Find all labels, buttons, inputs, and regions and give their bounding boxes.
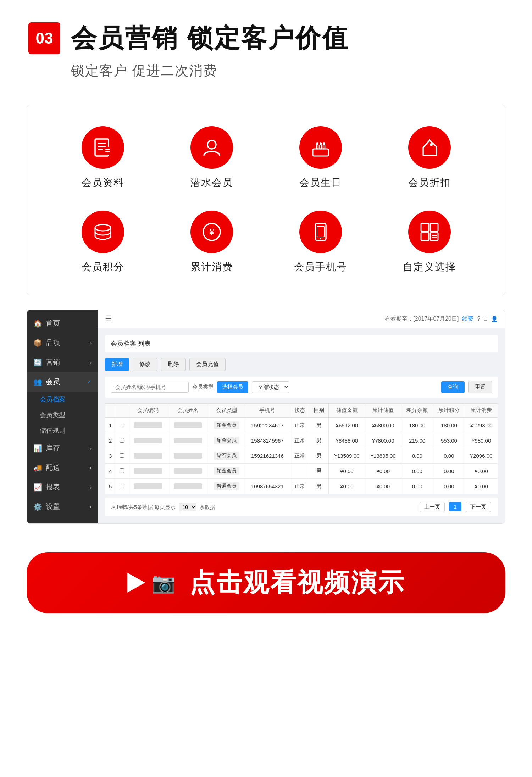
prev-page-button[interactable]: 上一页 <box>420 502 445 512</box>
svg-point-7 <box>207 140 216 149</box>
feature-member-birthday: 会员生日 <box>273 126 368 189</box>
col-cum-spend: 累计消费 <box>465 404 498 418</box>
sidebar-sub-member-type[interactable]: 会员类型 <box>27 407 98 423</box>
feature-label-custom-selection: 自定义选择 <box>403 260 456 274</box>
row-checkbox[interactable] <box>120 468 124 473</box>
user-avatar[interactable]: 👤 <box>491 316 498 322</box>
validity-text: 有效期至：[2017年07月20日] <box>385 315 459 323</box>
window-icon[interactable]: □ <box>484 316 487 322</box>
feature-label-dormant-member: 潜水会员 <box>190 176 233 189</box>
inventory-arrow: › <box>90 445 92 451</box>
next-page-button[interactable]: 下一页 <box>466 502 491 512</box>
inventory-icon: 📊 <box>33 444 42 453</box>
col-stored: 储值金额 <box>329 404 365 418</box>
member-discount-icon <box>408 126 451 169</box>
pagination-info: 从1到5/共5条数据 每页显示 10 20 条数据 <box>111 503 215 511</box>
table-row: 1 铂金会员15922234617正常男¥6512.00¥6800.00180.… <box>105 418 498 433</box>
breadcrumb: 会员档案 列表 <box>105 335 498 352</box>
row-checkbox[interactable] <box>120 438 124 443</box>
col-code: 会员编码 <box>128 404 168 418</box>
mock-topbar: ☰ 有效期至：[2017年07月20日] 续费 ? □ 👤 <box>98 310 505 328</box>
sidebar-item-settings[interactable]: ⚙️ 设置 › <box>27 497 98 516</box>
col-status: 状态 <box>290 404 309 418</box>
camera-icon: 📷 <box>151 572 175 594</box>
sidebar-item-products[interactable]: 📦 品项 › <box>27 333 98 353</box>
sidebar-label-reports: 报表 <box>46 482 60 492</box>
video-play-icon: 📷 <box>127 572 175 594</box>
svg-rect-9 <box>316 145 318 149</box>
svg-rect-10 <box>320 145 321 149</box>
products-icon: 📦 <box>33 339 42 347</box>
play-triangle <box>127 573 145 593</box>
table-row: 3 钻石会员15921621346正常男¥13509.00¥13895.000.… <box>105 448 498 464</box>
query-button[interactable]: 查询 <box>441 381 465 393</box>
type-label: 会员类型 <box>192 384 214 390</box>
member-points-icon <box>82 211 124 253</box>
svg-point-21 <box>320 238 321 239</box>
settings-icon: ⚙️ <box>33 503 42 511</box>
hamburger-icon[interactable]: ☰ <box>105 314 112 323</box>
reports-icon: 📈 <box>33 483 42 492</box>
recharge-button[interactable]: 会员充值 <box>189 358 226 371</box>
features-section: 会员资料 潜水会员 <box>27 105 505 295</box>
sidebar-item-delivery[interactable]: 🚚 配送 › <box>27 458 98 477</box>
member-phone-icon <box>299 211 342 253</box>
feature-member-profile: 会员资料 <box>55 126 150 189</box>
select-member-button[interactable]: 选择会员 <box>217 381 248 393</box>
svg-rect-11 <box>323 145 325 149</box>
sidebar-sub-member-rules[interactable]: 储值规则 <box>27 423 98 438</box>
member-table: 会员编码 会员姓名 会员类型 手机号 状态 性别 储值金额 累计储值 积分余额 … <box>105 403 498 494</box>
feature-member-discount: 会员折扣 <box>382 126 477 189</box>
edit-button[interactable]: 修改 <box>133 358 157 371</box>
member-profile-icon <box>82 126 124 169</box>
renew-link[interactable]: 续费 <box>462 315 473 323</box>
marketing-icon: 🔄 <box>33 358 42 367</box>
per-page-select[interactable]: 10 20 <box>179 503 196 511</box>
cumulative-spending-icon: ¥ <box>190 211 233 253</box>
action-bar: 新增 修改 删除 会员充值 <box>105 358 498 371</box>
sidebar-item-home[interactable]: 🏠 首页 <box>27 313 98 333</box>
sidebar-item-reports[interactable]: 📈 报表 › <box>27 477 98 497</box>
mock-sidebar: 🏠 首页 📦 品项 › 🔄 营销 › 👥 会员 ✓ 会员档案 会员类型 储值规则 <box>27 310 98 523</box>
sidebar-sub-member-profile[interactable]: 会员档案 <box>27 392 98 407</box>
feature-custom-selection: 自定义选择 <box>382 211 477 274</box>
status-select[interactable]: 全部状态 <box>252 381 289 393</box>
svg-text:¥: ¥ <box>209 226 214 238</box>
svg-point-12 <box>316 142 318 145</box>
svg-point-15 <box>430 143 433 146</box>
feature-label-member-discount: 会员折扣 <box>408 176 451 189</box>
page-1-button[interactable]: 1 <box>449 502 461 511</box>
svg-rect-4 <box>104 147 111 155</box>
delete-button[interactable]: 删除 <box>161 358 186 371</box>
custom-selection-icon <box>408 211 451 253</box>
svg-rect-22 <box>421 223 429 231</box>
feature-label-member-phone: 会员手机号 <box>294 260 347 274</box>
mock-ui-section: 🏠 首页 📦 品项 › 🔄 营销 › 👥 会员 ✓ 会员档案 会员类型 储值规则 <box>27 310 505 524</box>
sidebar-item-member[interactable]: 👥 会员 ✓ <box>27 372 98 392</box>
sidebar-item-inventory[interactable]: 📊 库存 › <box>27 438 98 458</box>
row-checkbox[interactable] <box>120 423 124 427</box>
mock-content-area: 会员档案 列表 新增 修改 删除 会员充值 会员类型 选择会员 全部状态 <box>98 328 505 523</box>
col-points-balance: 积分余额 <box>401 404 433 418</box>
feature-dormant-member: 潜水会员 <box>164 126 259 189</box>
search-input[interactable] <box>111 382 189 393</box>
svg-rect-20 <box>317 226 324 237</box>
svg-point-16 <box>95 224 111 231</box>
sidebar-label-settings: 设置 <box>46 502 60 511</box>
help-icon[interactable]: ? <box>477 316 480 322</box>
reset-button[interactable]: 重置 <box>468 381 492 393</box>
table-row: 4 铂金会员男¥0.00¥0.000.000.00¥0.00 <box>105 464 498 479</box>
svg-rect-25 <box>430 233 438 240</box>
add-button[interactable]: 新增 <box>105 358 129 371</box>
video-cta[interactable]: 📷 点击观看视频演示 <box>27 552 505 613</box>
row-checkbox[interactable] <box>120 453 124 458</box>
table-row: 2 铂金会员15848245967正常男¥8488.00¥7800.00215.… <box>105 433 498 448</box>
sidebar-item-marketing[interactable]: 🔄 营销 › <box>27 353 98 372</box>
svg-rect-24 <box>421 233 429 240</box>
col-check <box>116 404 128 418</box>
col-cum-stored: 累计储值 <box>365 404 401 418</box>
mock-main-content: ☰ 有效期至：[2017年07月20日] 续费 ? □ 👤 会员档案 列表 新增… <box>98 310 505 523</box>
row-checkbox[interactable] <box>120 484 124 488</box>
member-birthday-icon <box>299 126 342 169</box>
feature-label-member-points: 会员积分 <box>82 260 124 274</box>
